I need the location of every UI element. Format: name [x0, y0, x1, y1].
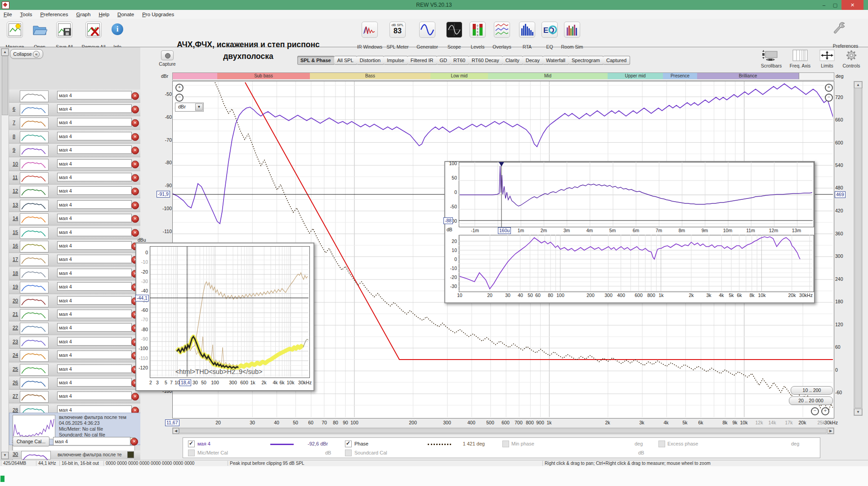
zoom-in-button[interactable]: + [821, 407, 829, 415]
measurement-name-input[interactable] [57, 337, 132, 346]
delete-measurement-button[interactable]: ✕ [130, 438, 138, 446]
measurement-name-input[interactable] [57, 269, 132, 277]
delete-measurement-button[interactable]: ✕ [131, 161, 139, 168]
menu-item[interactable]: Graph [76, 12, 90, 17]
save-all-button[interactable]: Save All [52, 22, 77, 38]
soundcard-cal-checkbox[interactable] [345, 450, 352, 456]
measurements-scrollbar[interactable]: ▲ ▼ [1, 48, 9, 459]
delete-measurement-button[interactable]: ✕ [131, 215, 139, 223]
spl-meter-button[interactable]: dB SPL 83 SPL Meter [385, 22, 410, 38]
menu-item[interactable]: Pro Upgrades [142, 12, 174, 17]
phase-visible-checkbox[interactable] [345, 441, 352, 447]
graph-tab[interactable]: Decay [523, 56, 543, 65]
scroll-down-arrow[interactable]: ▼ [1, 452, 9, 459]
measurement-row[interactable]: 12 ✕ [9, 185, 140, 198]
scroll-down-arrow[interactable]: ▼ [854, 409, 862, 415]
delete-measurement-button[interactable]: ✕ [131, 174, 139, 182]
excess-phase-checkbox[interactable] [658, 441, 665, 447]
scroll-left-arrow[interactable]: ◀ [173, 428, 179, 434]
trace-visible-checkbox[interactable] [188, 441, 195, 447]
graph-tab[interactable]: Waterfall [543, 56, 569, 65]
measurement-row[interactable]: 8 ✕ [9, 130, 140, 144]
close-button[interactable]: ✕ [841, 0, 864, 10]
measurement-row[interactable]: 25 ✕ [9, 363, 140, 376]
mic-cal-checkbox[interactable] [188, 450, 195, 456]
menu-item[interactable]: Help [98, 12, 109, 17]
measurement-name-input[interactable] [57, 104, 132, 113]
horizontal-scrollbar[interactable]: ◀ ▶ [172, 428, 834, 434]
measurement-name-input[interactable] [57, 173, 132, 181]
graph-tab[interactable]: RT60 [450, 56, 469, 65]
min-phase-checkbox[interactable] [502, 441, 509, 447]
scrollbars-button[interactable]: Scrollbars [762, 50, 780, 62]
measurement-row[interactable]: 22 ✕ [9, 322, 140, 335]
zoom-in-button[interactable]: + [825, 84, 833, 92]
delete-measurement-button[interactable]: ✕ [131, 188, 139, 195]
measurement-row[interactable]: 26 ✕ [9, 377, 140, 390]
delete-measurement-button[interactable]: ✕ [131, 106, 139, 113]
measurement-name-input[interactable] [57, 145, 132, 154]
measurement-name-input[interactable] [57, 392, 132, 400]
graph-tab[interactable]: All SPL [334, 56, 357, 65]
measurement-name-input[interactable] [57, 378, 132, 387]
measurement-row[interactable]: 24 ✕ [9, 349, 140, 362]
measurement-name-input[interactable] [57, 200, 132, 209]
zoom-out-button[interactable]: − [825, 94, 833, 102]
dropdown-arrow-icon[interactable]: ▼ [195, 104, 203, 111]
menu-item[interactable]: Tools [20, 12, 32, 17]
menu-item[interactable]: File [4, 12, 12, 17]
maximize-button[interactable]: ▢ [830, 0, 841, 10]
change-cal-button[interactable]: Change Cal... [13, 436, 49, 446]
ir-windows-button[interactable]: IR Windows [357, 22, 382, 38]
measurement-row[interactable]: 15 ✕ [9, 226, 140, 239]
delete-measurement-button[interactable]: ✕ [131, 147, 139, 154]
info-button[interactable]: i Info [105, 22, 130, 35]
measurement-name-input[interactable] [57, 282, 132, 291]
scroll-thumb[interactable] [2, 56, 8, 115]
measurement-name-input[interactable] [57, 351, 132, 359]
controls-button[interactable]: Controls [845, 50, 858, 62]
graph-tab[interactable]: SPL & Phase [297, 56, 335, 65]
vertical-axis-unit-dropdown[interactable]: dBr ▼ [175, 103, 204, 112]
measurement-name-input[interactable] [57, 296, 132, 305]
collapse-sidebar-button[interactable]: Collapse « [10, 49, 43, 59]
measurement-name-input[interactable] [57, 186, 132, 195]
graph-tab[interactable]: Filtered IR [407, 56, 437, 65]
measurement-row[interactable]: 9 ✕ [9, 144, 140, 157]
measurement-row[interactable]: 13 ✕ [9, 199, 140, 212]
zoom-out-button[interactable]: − [175, 94, 183, 102]
graph-tab[interactable]: Impulse [384, 56, 408, 65]
limits-button[interactable]: Limits [819, 50, 835, 62]
rta-button[interactable]: RTA [515, 22, 540, 38]
measurement-row[interactable]: 20 ✕ [9, 295, 140, 308]
measurement-row[interactable]: 7 ✕ [9, 117, 140, 130]
measurement-name-input[interactable] [53, 437, 130, 446]
measurement-row[interactable]: 27 ✕ [9, 390, 140, 403]
vertical-scrollbar[interactable]: ▲ ▼ [854, 81, 863, 416]
measurement-name-input[interactable] [57, 132, 132, 140]
scope-button[interactable]: Scope [442, 22, 467, 38]
graph-tab[interactable]: RT60 Decay [469, 56, 503, 65]
freq-axis-button[interactable]: Freq. Axis [792, 50, 808, 62]
scroll-up-arrow[interactable]: ▲ [854, 81, 862, 88]
menu-item[interactable]: Donate [117, 12, 134, 17]
minimize-button[interactable]: – [819, 0, 829, 10]
measurement-row[interactable]: 6 ✕ [9, 103, 140, 116]
preferences-button[interactable]: Preferences [833, 21, 858, 34]
menu-item[interactable]: Preferences [40, 12, 68, 17]
scroll-right-arrow[interactable]: ▶ [828, 428, 834, 434]
room-sim-button[interactable]: Room Sim [559, 22, 585, 38]
overlays-button[interactable]: Overlays [489, 22, 515, 38]
delete-measurement-button[interactable]: ✕ [131, 393, 139, 400]
measurement-name-input[interactable] [57, 214, 132, 222]
graph-tab[interactable]: Spectrogram [568, 56, 604, 65]
open-button[interactable]: Open [27, 22, 52, 37]
delete-measurement-button[interactable]: ✕ [131, 119, 139, 127]
remove-all-button[interactable]: Remove All [81, 22, 106, 38]
measurement-row[interactable]: 23 ✕ [9, 336, 140, 349]
graph-tab[interactable]: Captured [603, 56, 630, 65]
delete-measurement-button[interactable]: ✕ [131, 92, 139, 100]
capture-button[interactable]: Capture [160, 50, 175, 63]
graph-tab[interactable]: GD [437, 56, 451, 65]
measurement-name-input[interactable] [57, 241, 132, 250]
